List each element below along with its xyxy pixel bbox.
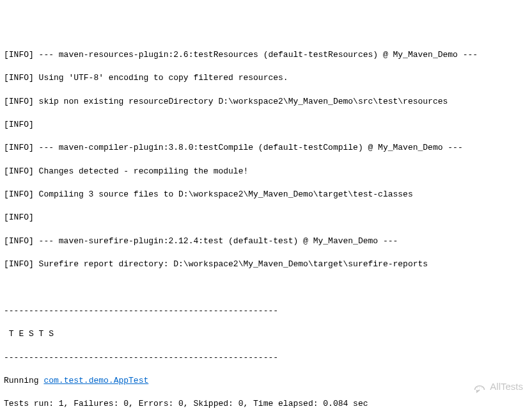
tests-header: T E S T S: [4, 328, 528, 340]
log-line: [INFO] Compiling 3 source files to D:\wo…: [4, 189, 528, 200]
separator-line: ----------------------------------------…: [4, 305, 528, 317]
test-running-line: Running com.test.demo.AppTest: [4, 375, 528, 387]
separator-line: ----------------------------------------…: [4, 352, 528, 364]
test-class-link[interactable]: com.test.demo.AppTest: [43, 376, 148, 385]
blank-line: [4, 282, 528, 294]
svg-point-0: [477, 387, 478, 388]
svg-point-2: [481, 387, 482, 388]
log-line: [INFO] --- maven-compiler-plugin:3.8.0:t…: [4, 142, 528, 154]
log-line: [INFO] Surefire report directory: D:\wor…: [4, 259, 528, 270]
log-line: [INFO]: [4, 212, 528, 223]
svg-point-1: [480, 387, 480, 388]
log-line: [INFO]: [4, 119, 528, 131]
log-line: [INFO] Changes detected - recompiling th…: [4, 166, 528, 177]
log-line: [INFO] --- maven-resources-plugin:2.6:te…: [4, 49, 528, 61]
test-result-line: Tests run: 1, Failures: 0, Errors: 0, Sk…: [4, 398, 528, 410]
running-label: Running: [4, 376, 43, 385]
log-line: [INFO] Using 'UTF-8' encoding to copy fi…: [4, 72, 528, 84]
log-line: [INFO] --- maven-surefire-plugin:2.12.4:…: [4, 236, 528, 247]
log-line: [INFO] skip non existing resourceDirecto…: [4, 96, 528, 108]
